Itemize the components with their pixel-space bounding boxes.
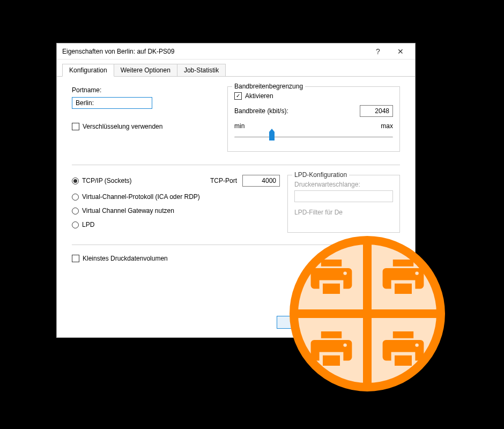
dialog-title: Eigenschaften von Berlin: auf DK-PS09: [62, 48, 367, 55]
radio-vcg[interactable]: [72, 208, 79, 214]
radio-tcpip-label: TCP/IP (Sockets): [82, 177, 131, 184]
printer-icon: [310, 331, 353, 366]
bandwidth-min-label: min: [234, 122, 244, 130]
svg-point-0: [343, 271, 346, 275]
svg-point-3: [415, 343, 418, 346]
lpd-queue-input: [294, 190, 393, 202]
titlebar: Eigenschaften von Berlin: auf DK-PS09 ? …: [57, 43, 415, 60]
tab-konfiguration[interactable]: Konfiguration: [62, 64, 114, 77]
portname-label: Portname:: [72, 86, 222, 94]
printer-icon: [382, 331, 425, 366]
bandwidth-enable-label: Aktivieren: [245, 92, 273, 100]
slider-thumb[interactable]: [269, 132, 275, 140]
close-button[interactable]: ✕: [389, 44, 412, 59]
tcp-port-input[interactable]: [242, 175, 280, 187]
tab-job-statistik[interactable]: Job-Statistik: [177, 64, 226, 76]
printer-icon: [382, 260, 425, 294]
radio-tcpip[interactable]: [72, 177, 79, 184]
printer-logo-overlay: [290, 236, 456, 402]
slider-track: [234, 136, 393, 138]
separator: [72, 165, 400, 165]
lpd-config-fieldset: LPD-Konfiguration Druckerwarteschlange: …: [287, 175, 400, 233]
bandwidth-legend: Bandbreitenbegrenzung: [232, 83, 305, 90]
smallest-volume-label: Kleinstes Druckdatenvolumen: [83, 255, 168, 262]
tab-weitere-optionen[interactable]: Weitere Optionen: [114, 64, 177, 76]
bandwidth-rate-label: Bandbreite (kbit/s):: [234, 107, 288, 115]
encrypt-label: Verschlüsselung verwenden: [83, 123, 162, 130]
portname-input[interactable]: [72, 97, 152, 109]
svg-point-2: [343, 343, 346, 346]
bandwidth-max-label: max: [381, 122, 393, 130]
printer-icon: [310, 260, 353, 294]
lpd-config-legend: LPD-Konfiguration: [292, 171, 349, 179]
smallest-volume-checkbox[interactable]: [72, 255, 79, 262]
close-icon: ✕: [397, 47, 404, 56]
tab-bar: Konfiguration Weitere Optionen Job-Stati…: [57, 60, 415, 77]
tcp-port-label: TCP-Port: [210, 177, 237, 184]
lpd-queue-label: Druckerwarteschlange:: [294, 181, 393, 188]
bandwidth-rate-input[interactable]: [360, 105, 393, 117]
lpd-filter-label: LPD-Filter für De: [294, 209, 393, 216]
svg-point-1: [415, 271, 418, 275]
bandwidth-enable-checkbox[interactable]: [234, 92, 242, 100]
bandwidth-slider[interactable]: [234, 132, 393, 142]
radio-vcp[interactable]: [72, 194, 79, 201]
bandwidth-fieldset: Bandbreitenbegrenzung Aktivieren Bandbre…: [227, 86, 400, 152]
radio-vcg-label: Virtual Channel Gateway nutzen: [82, 207, 174, 214]
radio-vcp-label: Virtual-Channel-Protokoll (ICA oder RDP): [82, 193, 200, 201]
help-button[interactable]: ?: [367, 44, 389, 59]
radio-lpd[interactable]: [72, 221, 79, 228]
encrypt-checkbox[interactable]: [72, 123, 79, 130]
radio-lpd-label: LPD: [82, 221, 94, 228]
